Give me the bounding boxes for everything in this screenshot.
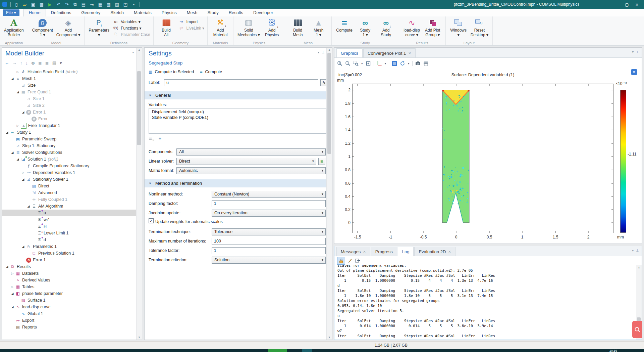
ribbon-button-build-mesh[interactable]: BuildMesh [288,17,308,40]
ribbon-button-solid-mechanics[interactable]: SolidMechanics ▾ [236,17,261,40]
taskbar-app-indicator[interactable] [302,349,312,352]
taskbar-app-indicator[interactable] [268,349,287,352]
zoom-out-icon[interactable] [345,61,351,66]
tree-item[interactable]: ▨Surface 1 [2,297,137,304]
log-output[interactable]: scales for dependent variables.Out-of-pl… [335,265,636,339]
expand-icon[interactable]: ▷ [11,272,14,275]
zoom-box-icon[interactable] [353,61,359,66]
dropdown-arrow-icon[interactable]: ▾ [361,62,363,65]
matrix-format-select[interactable]: Automatic▼ [176,167,326,174]
variables-list[interactable]: Displacement field (comp.u) State variab… [149,108,326,134]
collapse-icon[interactable]: ◢ [5,265,9,268]
ribbon-button-component-1[interactable]: ΩComponent1 ▾ [31,17,54,40]
tree-item[interactable]: ▷▲Free Triangular 1 [2,122,137,129]
tree-item[interactable]: ▷▦Tables [2,283,137,290]
tree-options-icon[interactable]: ▤ [52,60,56,65]
ribbon-button-load-disp-curve[interactable]: ∿load-dispcurve ▾ [402,17,422,40]
pin-icon[interactable]: ⊤ [636,249,639,252]
tree-item[interactable]: ◢▦Free Quad 1 [2,89,137,95]
label-input[interactable]: u [164,79,318,86]
plot-properties-icon[interactable]: ≣ [631,69,637,75]
ribbon-button-functions[interactable]: f(x)Functions ▾ [112,25,150,31]
chevron-down-icon[interactable]: ▾ [318,50,319,54]
tree-item[interactable]: ▷∂Historic Strain Field(dode) [2,69,137,75]
ribbon-button-livelink[interactable]: ⇄LiveLink ▾ [177,25,204,31]
delete-icon[interactable]: ▦ [98,2,103,7]
run-icon[interactable]: ▶ [47,2,53,7]
close-icon[interactable]: ✕ [632,0,642,9]
comsol-logo-icon[interactable] [2,2,7,7]
tab-mesh[interactable]: Mesh [182,9,203,16]
chevron-down-icon[interactable]: ▾ [632,50,634,54]
dropdown-arrow-icon[interactable]: ▾ [131,2,137,7]
info-tab-evaluation-2d[interactable]: Evaluation 2D✕ [414,247,455,256]
lock-icon[interactable] [337,257,345,265]
expand-all-icon[interactable]: ≣ [38,60,42,65]
tree-item[interactable]: ⊑Previous Solution 1 [2,250,137,257]
rotate-icon[interactable] [400,61,405,66]
expand-icon[interactable]: ▷ [21,171,25,174]
ribbon-button-compute-[interactable]: =Compute [335,17,354,40]
tree-item[interactable]: ƒCompile Equations: Stationary [2,163,137,169]
collapse-icon[interactable]: ◢ [27,205,30,208]
collapse-icon[interactable]: ◢ [11,77,14,80]
ribbon-button-study-1[interactable]: ∞Study1 ▾ [356,17,375,40]
view-grid-icon[interactable] [392,61,397,66]
axis-orientation-icon[interactable] [377,61,382,66]
collapse-icon[interactable]: ◢ [21,245,25,248]
close-icon[interactable]: ✕ [363,248,366,256]
show-icon[interactable]: ⊜ [31,60,35,65]
remove-variable-icon[interactable]: ≣✕ [149,136,155,142]
pin-icon[interactable]: ⊤ [322,50,325,54]
back-icon[interactable]: ← [5,60,9,65]
ribbon-button-addplot-group[interactable]: Add PlotGroup ▾ [423,17,442,40]
redo-icon[interactable]: ↷ [64,2,69,7]
termination-technique-select[interactable]: Tolerance▼ [212,228,326,235]
collapse-icon[interactable]: ◢ [11,292,14,295]
expand-icon[interactable]: ▷ [16,70,19,74]
save-icon[interactable]: ▣ [31,2,36,7]
tree-item[interactable]: ✕Error [2,116,137,122]
section-general[interactable]: ▼ General [145,91,332,99]
tree-item[interactable]: ▨Direct [2,183,137,189]
graphics-tab-graphics[interactable]: Graphics [336,48,363,57]
ribbon-button-variables[interactable]: a=Variables ▾ [112,18,150,25]
section-method-termination[interactable]: ▼ Method and Termination [145,179,332,187]
tab-results[interactable]: Results [224,9,248,16]
nonlinear-method-select[interactable]: Constant (Newton)▼ [212,191,326,198]
tree-item[interactable]: ⇲Advanced [2,189,137,196]
ribbon-button-import[interactable]: ⇥Import [177,18,204,25]
close-icon[interactable]: ✕ [448,248,451,256]
ribbon-button-application-builder[interactable]: AApplicationBuilder [3,17,25,40]
add-variable-icon[interactable]: + [159,136,162,142]
expand-icon[interactable]: ▷ [16,124,19,127]
tree-item[interactable]: ↦Export [2,317,137,324]
clipboard-icon[interactable]: ▧ [106,2,111,7]
collapse-icon[interactable]: ◢ [11,151,14,154]
tree-item[interactable]: Ξ✱H [2,223,137,230]
list-item[interactable]: Displacement field (comp.u) [149,108,326,114]
expand-icon[interactable]: ▷ [11,285,14,289]
tree-item[interactable]: Ξ✱wZ [2,216,137,223]
tab-sketch[interactable]: Sketch [105,9,129,16]
collapse-icon[interactable]: ◢ [21,178,25,181]
tree-item[interactable]: ◢≣Solver Configurations [2,149,137,156]
collapse-icon[interactable]: ◢ [21,111,25,114]
tree-item[interactable]: ⊿Size [2,82,137,89]
damping-factor-input[interactable]: 1 [212,200,326,207]
tree-item[interactable]: ◢∿load-disp curve [2,304,137,310]
tab-study[interactable]: Study [202,9,223,16]
max-iterations-input[interactable]: 100 [212,238,326,245]
maximize-icon[interactable]: ▢ [622,0,632,9]
tree-item[interactable]: ◢◧phase field parameter [2,290,137,297]
export-log-icon[interactable] [355,258,361,263]
compute-button[interactable]: Compute [205,70,222,74]
tree-item[interactable]: Ξ▂Lower Limit 1 [2,230,137,236]
jacobian-update-select[interactable]: On every iteration▼ [212,210,326,217]
chevron-down-icon[interactable]: ▾ [632,249,634,252]
tree-item[interactable]: ▤Reports [2,324,137,331]
ribbon-button-add-study[interactable]: ∞↓AddStudy [376,17,396,40]
tree-item[interactable]: ⊿Size 2 [2,102,137,109]
close-icon[interactable]: ✕ [408,49,411,57]
clear-log-icon[interactable] [348,258,353,263]
